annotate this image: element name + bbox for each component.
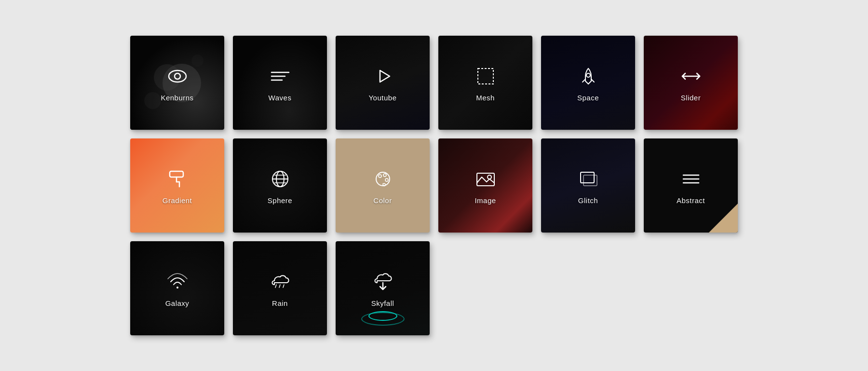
eye-icon [165, 64, 190, 89]
mesh-label: Mesh [476, 94, 495, 102]
svg-point-21 [385, 179, 388, 181]
svg-point-19 [379, 175, 381, 178]
card-skyfall[interactable]: Skyfall [336, 241, 430, 335]
svg-rect-6 [478, 69, 493, 84]
globe-icon [268, 166, 293, 192]
svg-point-7 [586, 73, 590, 77]
gradient-label: Gradient [163, 196, 192, 205]
slider-arrows-icon [678, 64, 704, 89]
card-space[interactable]: Space [541, 36, 635, 130]
cloud-icon [268, 269, 293, 294]
svg-point-20 [383, 174, 386, 177]
youtube-play-icon [370, 64, 395, 89]
glitch-label: Glitch [578, 196, 598, 205]
svg-rect-25 [583, 175, 597, 186]
card-abstract[interactable]: Abstract [644, 138, 738, 233]
slider-label: Slider [681, 94, 701, 102]
palette-icon [370, 166, 395, 192]
card-galaxy[interactable]: Galaxy [130, 241, 224, 335]
card-glitch[interactable]: Glitch [541, 138, 635, 233]
svg-line-31 [279, 285, 280, 288]
svg-line-30 [275, 285, 276, 288]
card-sphere[interactable]: Sphere [233, 138, 327, 233]
paint-roller-icon [165, 166, 190, 192]
svg-rect-9 [170, 171, 183, 177]
card-kenburns[interactable]: Kenburns [130, 36, 224, 130]
card-slider[interactable]: Slider [644, 36, 738, 130]
svg-point-0 [169, 70, 186, 82]
space-label: Space [577, 94, 599, 102]
kenburns-label: Kenburns [161, 94, 193, 102]
color-label: Color [373, 196, 392, 205]
rain-label: Rain [272, 299, 288, 307]
card-rain[interactable]: Rain [233, 241, 327, 335]
waves-label: Waves [269, 94, 292, 102]
skyfall-label: Skyfall [371, 299, 394, 307]
svg-point-1 [175, 73, 180, 79]
rocket-icon [576, 64, 601, 89]
galaxy-signal-icon [165, 269, 190, 294]
svg-rect-24 [581, 172, 594, 183]
card-image[interactable]: Image [438, 138, 532, 233]
sphere-label: Sphere [268, 196, 292, 205]
mesh-icon [473, 64, 498, 89]
abstract-label: Abstract [677, 196, 705, 205]
galaxy-label: Galaxy [165, 299, 190, 307]
skyfall-ring-outer [361, 312, 405, 326]
card-youtube[interactable]: Youtube [336, 36, 430, 130]
cloud-download-icon [370, 269, 395, 294]
waves-icon [268, 64, 293, 89]
card-waves[interactable]: Waves [233, 36, 327, 130]
svg-point-29 [176, 287, 178, 289]
image-label: Image [475, 196, 496, 205]
card-color[interactable]: Color [336, 138, 430, 233]
youtube-label: Youtube [368, 94, 396, 102]
glitch-icon [576, 166, 601, 192]
card-grid: Kenburns Waves Youtube Mesh Space [111, 16, 757, 355]
svg-point-23 [488, 175, 491, 179]
abstract-lines-icon [678, 166, 704, 192]
card-gradient[interactable]: Gradient [130, 138, 224, 233]
card-mesh[interactable]: Mesh [438, 36, 532, 130]
image-icon [473, 166, 498, 192]
svg-marker-5 [380, 70, 390, 82]
svg-line-32 [283, 285, 284, 288]
